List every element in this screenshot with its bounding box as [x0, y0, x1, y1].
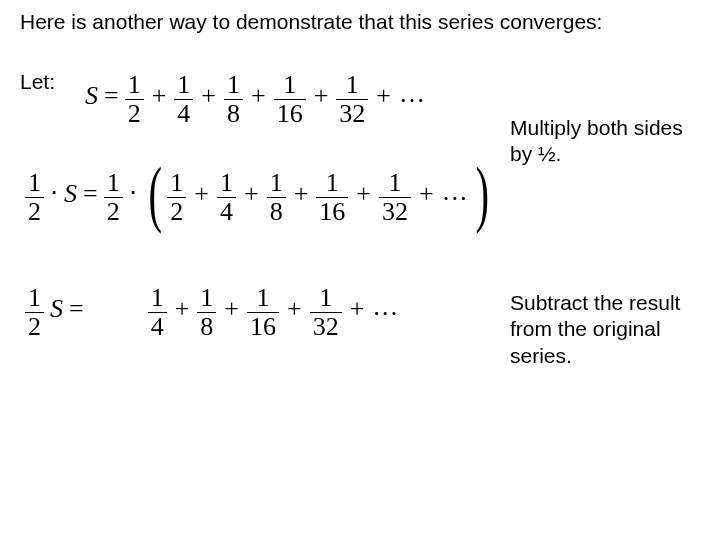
plus-sign: +	[312, 81, 331, 111]
plus-sign: +	[192, 179, 211, 209]
frac-1-4: 14	[174, 72, 193, 127]
equation-result: 12 S = 14 + 18 + 116 + 132 + …	[25, 285, 400, 340]
frac-1-16: 116	[247, 285, 279, 340]
frac-half-rhs: 12	[104, 170, 123, 225]
frac-half-lhs: 12	[25, 170, 44, 225]
frac-1-32: 132	[336, 72, 368, 127]
frac-half-lhs: 12	[25, 285, 44, 340]
frac-1-8: 18	[224, 72, 243, 127]
equals-sign: =	[69, 294, 84, 324]
plus-sign: +	[348, 294, 367, 324]
frac-1-4: 14	[148, 285, 167, 340]
ellipsis: …	[399, 79, 427, 109]
let-label: Let:	[20, 70, 55, 94]
plus-sign: +	[249, 81, 268, 111]
plus-sign: +	[173, 294, 192, 324]
plus-sign: +	[150, 81, 169, 111]
intro-text: Here is another way to demonstrate that …	[20, 10, 700, 34]
dot-operator: ⋅	[129, 178, 137, 209]
note-subtract: Subtract the result from the original se…	[510, 290, 700, 369]
equals-sign: =	[104, 81, 119, 111]
var-S: S	[64, 179, 77, 209]
plus-sign: +	[292, 179, 311, 209]
frac-1-4: 14	[217, 170, 236, 225]
plus-sign: +	[199, 81, 218, 111]
var-S: S	[50, 294, 63, 324]
ellipsis: …	[372, 292, 400, 322]
equation-definition: S = 12 + 14 + 18 + 116 + 132 + …	[85, 72, 427, 127]
plus-sign: +	[354, 179, 373, 209]
frac-1-2: 12	[167, 170, 186, 225]
left-paren-icon: (	[148, 171, 162, 217]
dot-operator: ⋅	[50, 178, 58, 209]
plus-sign: +	[417, 179, 436, 209]
plus-sign: +	[222, 294, 241, 324]
plus-sign: +	[285, 294, 304, 324]
plus-sign: +	[242, 179, 261, 209]
frac-1-2: 12	[125, 72, 144, 127]
equation-multiply: 12 ⋅ S = 12 ⋅ ( 12 + 14 + 18 + 116 + 132…	[25, 170, 494, 225]
plus-sign: +	[374, 81, 393, 111]
frac-1-16: 116	[274, 72, 306, 127]
frac-1-32: 132	[379, 170, 411, 225]
frac-1-16: 116	[316, 170, 348, 225]
ellipsis: …	[442, 177, 470, 207]
frac-1-32: 132	[310, 285, 342, 340]
frac-1-8: 18	[197, 285, 216, 340]
frac-1-8: 18	[267, 170, 286, 225]
note-multiply: Multiply both sides by ½.	[510, 115, 700, 168]
var-S: S	[85, 81, 98, 111]
right-paren-icon: )	[475, 171, 489, 217]
paren-group: ( 12 + 14 + 18 + 116 + 132 + … )	[143, 170, 495, 225]
series-inside-paren: 12 + 14 + 18 + 116 + 132 + …	[167, 170, 469, 225]
equals-sign: =	[83, 179, 98, 209]
